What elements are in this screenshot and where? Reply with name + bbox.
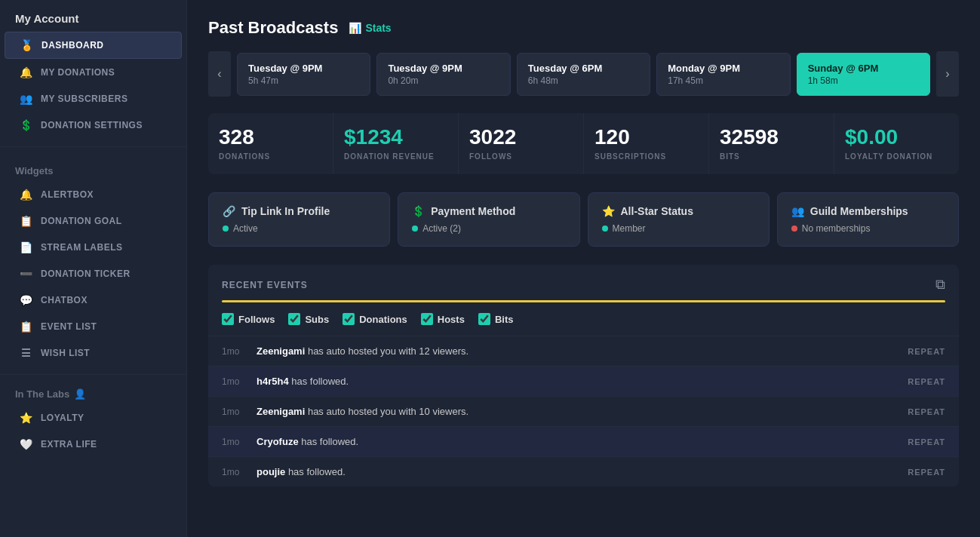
event-user-2: Zeenigami bbox=[257, 406, 305, 417]
broadcast-card-3[interactable]: Monday @ 9PM 17h 45m bbox=[656, 53, 790, 96]
filter-item-donations[interactable]: Donations bbox=[343, 313, 407, 325]
sidebar-item-stream-labels[interactable]: 📄 STREAM LABELS bbox=[5, 235, 182, 260]
stats-link[interactable]: 📊 Stats bbox=[349, 22, 391, 34]
broadcast-duration-3: 17h 45m bbox=[668, 75, 779, 86]
sidebar-item-label-donation-settings: DONATION SETTINGS bbox=[41, 120, 143, 130]
filter-checkbox-follows[interactable] bbox=[222, 313, 234, 325]
sidebar-divider-1 bbox=[0, 146, 186, 147]
stat-value-4: 32598 bbox=[720, 127, 823, 148]
recent-events-section: RECENT EVENTS ⧉ FollowsSubsDonationsHost… bbox=[208, 265, 959, 486]
widget-card-payment-method[interactable]: 💲 Payment Method Active (2) bbox=[398, 192, 579, 247]
broadcast-date-0: Tuesday @ 9PM bbox=[248, 63, 359, 74]
widget-icon-tip-link: 🔗 bbox=[223, 205, 235, 217]
page-header: Past Broadcasts 📊 Stats bbox=[208, 18, 959, 38]
sidebar-item-my-subscribers[interactable]: 👥 MY SUBSCRIBERS bbox=[5, 86, 182, 112]
widget-card-tip-link[interactable]: 🔗 Tip Link In Profile Active bbox=[208, 192, 390, 247]
filter-item-bits[interactable]: Bits bbox=[478, 313, 514, 325]
stats-link-label[interactable]: Stats bbox=[365, 22, 391, 34]
sidebar-item-label-my-donations: MY DONATIONS bbox=[41, 67, 115, 78]
filter-item-follows[interactable]: Follows bbox=[222, 313, 275, 325]
broadcast-card-0[interactable]: Tuesday @ 9PM 5h 47m bbox=[237, 53, 370, 96]
sidebar-item-donation-goal[interactable]: 📋 DONATION GOAL bbox=[5, 208, 182, 234]
broadcast-card-4[interactable]: Sunday @ 6PM 1h 58m bbox=[797, 53, 930, 96]
stat-item-1: $1234 DONATION REVENUE bbox=[333, 113, 459, 174]
filter-item-hosts[interactable]: Hosts bbox=[421, 313, 465, 325]
sidebar-item-label-donation-ticker: DONATION TICKER bbox=[41, 268, 131, 279]
my-donations-icon: 🔔 bbox=[20, 66, 33, 78]
widget-status-payment-method: Active (2) bbox=[412, 223, 565, 234]
stat-label-3: SUBSCRIPTIONS bbox=[594, 152, 698, 161]
sidebar-labs-label: In The Labs 👤 bbox=[0, 378, 186, 404]
broadcast-prev-button[interactable]: ‹ bbox=[208, 51, 231, 97]
sidebar-item-my-donations[interactable]: 🔔 MY DONATIONS bbox=[5, 60, 182, 85]
labs-icon: 👤 bbox=[74, 388, 86, 400]
recent-events-title-wrap: RECENT EVENTS ⧉ bbox=[222, 277, 945, 302]
filter-label-bits: Bits bbox=[495, 314, 514, 325]
widget-title-payment-method: 💲 Payment Method bbox=[412, 205, 565, 217]
event-repeat-1[interactable]: REPEAT bbox=[908, 377, 945, 386]
filter-checkbox-bits[interactable] bbox=[478, 313, 490, 325]
event-user-0: Zeenigami bbox=[257, 345, 305, 357]
stat-label-5: LOYALTY DONATION bbox=[845, 152, 948, 161]
copy-icon[interactable]: ⧉ bbox=[935, 277, 945, 293]
stream-labels-icon: 📄 bbox=[20, 241, 33, 253]
stat-item-3: 120 SUBSCRIPTIONS bbox=[584, 113, 709, 174]
sidebar-item-event-list[interactable]: 📋 EVENT LIST bbox=[5, 314, 182, 339]
sidebar-item-loyalty[interactable]: ⭐ LOYALTY bbox=[5, 405, 182, 431]
bar-chart-icon: 📊 bbox=[349, 22, 361, 34]
broadcast-row: ‹ Tuesday @ 9PM 5h 47mTuesday @ 9PM 0h 2… bbox=[208, 51, 959, 97]
event-user-4: poujie bbox=[257, 466, 285, 477]
event-row-4: 1mo poujie has followed. REPEAT bbox=[208, 457, 959, 486]
broadcast-next-button[interactable]: › bbox=[936, 51, 959, 97]
filter-row: FollowsSubsDonationsHostsBits bbox=[208, 302, 959, 336]
sidebar-item-chatbox[interactable]: 💬 CHATBOX bbox=[5, 287, 182, 313]
event-list: 1mo Zeenigami has auto hosted you with 1… bbox=[208, 336, 959, 486]
sidebar-labs-nav: ⭐ LOYALTY🤍 EXTRA LIFE bbox=[0, 405, 186, 457]
sidebar-item-extra-life[interactable]: 🤍 EXTRA LIFE bbox=[5, 431, 182, 457]
filter-checkbox-subs[interactable] bbox=[288, 313, 300, 325]
recent-events-title: RECENT EVENTS bbox=[222, 280, 308, 290]
event-repeat-0[interactable]: REPEAT bbox=[908, 347, 945, 356]
sidebar-section-title: My Account bbox=[0, 0, 186, 31]
sidebar: My Account 🏅 DASHBOARD🔔 MY DONATIONS👥 MY… bbox=[0, 0, 187, 537]
stat-value-2: 3022 bbox=[469, 127, 573, 148]
sidebar-item-donation-ticker[interactable]: ➖ DONATION TICKER bbox=[5, 261, 182, 287]
event-repeat-4[interactable]: REPEAT bbox=[908, 468, 945, 477]
event-row-1: 1mo h4r5h4 has followed. REPEAT bbox=[208, 367, 959, 397]
widget-card-all-star[interactable]: ⭐ All-Star Status Member bbox=[588, 192, 770, 247]
donation-settings-icon: 💲 bbox=[20, 119, 33, 131]
status-dot-tip-link bbox=[223, 226, 229, 232]
event-user-1: h4r5h4 bbox=[257, 376, 289, 387]
sidebar-item-label-donation-goal: DONATION GOAL bbox=[41, 216, 122, 226]
page-title: Past Broadcasts bbox=[208, 18, 338, 38]
status-text-all-star: Member bbox=[613, 223, 646, 234]
stat-value-3: 120 bbox=[594, 127, 698, 148]
stat-label-0: DONATIONS bbox=[219, 152, 322, 161]
sidebar-item-label-alertbox: ALERTBOX bbox=[41, 189, 94, 200]
recent-events-header: RECENT EVENTS ⧉ bbox=[208, 265, 959, 302]
broadcast-card-1[interactable]: Tuesday @ 9PM 0h 20m bbox=[376, 53, 510, 96]
event-repeat-2[interactable]: REPEAT bbox=[908, 407, 945, 416]
filter-checkbox-donations[interactable] bbox=[343, 313, 355, 325]
broadcast-date-3: Monday @ 9PM bbox=[668, 63, 779, 74]
widget-title-guild-memberships: 👥 Guild Memberships bbox=[791, 205, 945, 217]
sidebar-item-dashboard[interactable]: 🏅 DASHBOARD bbox=[5, 32, 182, 59]
sidebar-item-donation-settings[interactable]: 💲 DONATION SETTINGS bbox=[5, 112, 182, 138]
labs-label-text: In The Labs bbox=[15, 388, 69, 400]
widget-card-guild-memberships[interactable]: 👥 Guild Memberships No memberships bbox=[777, 192, 959, 247]
event-time-0: 1mo bbox=[222, 346, 246, 357]
stat-label-2: FOLLOWS bbox=[469, 152, 573, 161]
stat-item-0: 328 DONATIONS bbox=[208, 113, 333, 174]
widget-status-tip-link: Active bbox=[223, 223, 376, 234]
status-text-guild-memberships: No memberships bbox=[802, 223, 871, 234]
event-row-3: 1mo Cryofuze has followed. REPEAT bbox=[208, 427, 959, 457]
filter-checkbox-hosts[interactable] bbox=[421, 313, 433, 325]
sidebar-item-wish-list[interactable]: ☰ WISH LIST bbox=[5, 340, 182, 366]
stat-item-4: 32598 BITS bbox=[709, 113, 834, 174]
sidebar-item-alertbox[interactable]: 🔔 ALERTBOX bbox=[5, 182, 182, 207]
event-repeat-3[interactable]: REPEAT bbox=[908, 437, 945, 446]
filter-label-hosts: Hosts bbox=[438, 314, 465, 325]
event-user-3: Cryofuze bbox=[257, 436, 299, 447]
broadcast-card-2[interactable]: Tuesday @ 6PM 6h 48m bbox=[517, 53, 650, 96]
filter-item-subs[interactable]: Subs bbox=[288, 313, 329, 325]
